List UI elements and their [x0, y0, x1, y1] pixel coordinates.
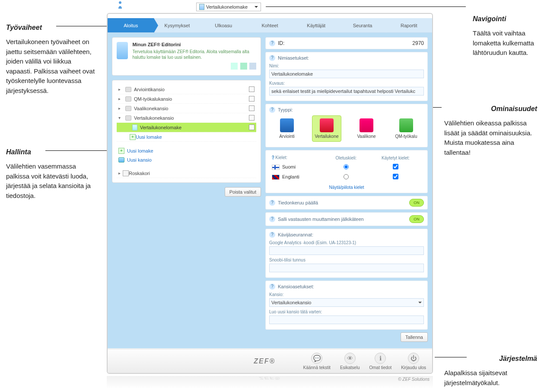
footer-preview[interactable]: 👁Esikatselu — [340, 353, 360, 370]
help-icon[interactable]: ? — [269, 284, 275, 290]
tab-aloitus[interactable]: Aloitus — [108, 18, 154, 32]
snoobi-input[interactable] — [269, 264, 424, 272]
type-icon — [399, 118, 413, 132]
app-window: Aloitus Kysymykset Ulkoasu Kohteet Käytt… — [107, 13, 433, 374]
help-icon[interactable]: ? — [272, 155, 274, 160]
save-button[interactable]: Tallenna — [401, 332, 428, 342]
checkbox[interactable] — [249, 115, 255, 121]
folder-label: Kansio: — [269, 292, 424, 297]
lang-row-englanti: Englanti — [270, 172, 423, 182]
section-folder-settings: ?Kansioasetukset: Kansio: Vertailukoneka… — [265, 280, 428, 330]
action-new-form[interactable]: + Uusi lomake — [117, 146, 256, 156]
tab-kohteet[interactable]: Kohteet — [247, 18, 293, 32]
welcome-title: Minun ZEF® Editorini — [132, 42, 256, 47]
type-vaalikone[interactable]: Vaalikone — [352, 115, 381, 142]
file-icon — [199, 4, 204, 10]
expand-icon[interactable]: ▸ — [118, 106, 123, 111]
tool-icon-1[interactable] — [231, 63, 238, 70]
default-lang-radio[interactable] — [344, 164, 349, 169]
tool-icon-2[interactable] — [240, 63, 247, 70]
id-value: 2970 — [412, 40, 424, 46]
footer-translate[interactable]: 💬Käännä tekstit — [303, 353, 331, 370]
collapse-icon[interactable]: ▾ — [118, 115, 123, 120]
help-icon[interactable]: ? — [269, 107, 275, 113]
section-type: ?Tyyppi: Arviointi Vertailukone Vaalikon… — [265, 104, 428, 147]
new-folder-label: Luo uusi kansio tätä varten: — [269, 309, 424, 314]
form-selector-dropdown[interactable]: Vertailukonelomake — [196, 3, 261, 11]
zef-logo: ZEF® — [254, 357, 275, 365]
action-new-folder[interactable]: Uusi kansio — [117, 156, 256, 164]
help-icon[interactable]: ? — [269, 232, 275, 238]
tab-seuranta[interactable]: Seuranta — [339, 18, 385, 32]
expand-icon[interactable]: ▸ — [118, 171, 123, 175]
type-vertailukone[interactable]: Vertailukone — [312, 115, 341, 142]
help-icon[interactable]: ? — [269, 216, 275, 222]
name-label: Nimi: — [269, 64, 424, 68]
tab-ulkoasu[interactable]: Ulkoasu — [200, 18, 247, 32]
delete-selected-button[interactable]: Poista valitut — [225, 187, 261, 197]
type-qmtyokalu[interactable]: QM-työkalu — [391, 115, 421, 142]
help-icon[interactable]: ? — [269, 200, 275, 206]
tree-file-vertailukonelomake[interactable]: Vertailukonelomake — [117, 123, 256, 132]
flag-fi-icon — [272, 165, 280, 170]
tree-folder-arviointikansio[interactable]: ▸ Arviointikansio — [117, 85, 256, 94]
folder-icon — [125, 96, 131, 102]
checkbox[interactable] — [249, 124, 255, 130]
tree-folder-vertailukone[interactable]: ▾ Vertailukonekansio — [117, 113, 256, 123]
folder-icon — [125, 87, 131, 92]
desc-input[interactable] — [269, 87, 424, 96]
used-lang-checkbox[interactable] — [393, 164, 398, 169]
folder-select[interactable]: Vertailukonekansio — [269, 298, 424, 307]
tab-kysymykset[interactable]: Kysymykset — [154, 18, 200, 32]
anno-workphases-text: Vertailukoneen työvaiheet on jaettu seit… — [6, 37, 97, 96]
folder-icon — [118, 157, 124, 163]
toggle-data-collection[interactable]: ON — [409, 199, 424, 207]
expand-icon[interactable]: ▸ — [118, 87, 123, 92]
anno-workphases-title: Työvaiheet — [6, 22, 97, 33]
welcome-text: Tervetuloa käyttämään ZEF® Editoria. Alo… — [132, 49, 256, 60]
eye-icon: 👁 — [344, 353, 356, 364]
checkbox[interactable] — [249, 105, 255, 111]
ga-label: Google Analytics -koodi (Esim. UA-123123… — [269, 240, 424, 245]
type-icon — [320, 118, 334, 132]
checkbox[interactable] — [249, 86, 255, 92]
flag-gb-icon — [272, 175, 280, 180]
ga-code-input[interactable] — [269, 246, 424, 255]
type-arviointi[interactable]: Arviointi — [272, 115, 302, 142]
new-folder-input[interactable] — [269, 316, 424, 324]
user-icon — [118, 1, 123, 9]
folder-tree: ▸ Arviointikansio ▸ QM-työkalukansio ▸ V… — [112, 80, 261, 183]
info-icon: ℹ — [375, 353, 386, 364]
section-languages: ? Kielet: Oletuskieli: Käytetyt kielet: … — [265, 150, 428, 193]
tree-trash[interactable]: ▸ Roskakori — [117, 169, 256, 178]
show-hide-languages-link[interactable]: Näytä/piilota kielet — [329, 185, 364, 190]
power-icon: ⏻ — [408, 353, 419, 364]
help-icon[interactable]: ? — [269, 55, 275, 61]
used-lang-checkbox[interactable] — [393, 174, 398, 179]
default-lang-radio[interactable] — [344, 174, 349, 179]
tab-raportit[interactable]: Raportit — [386, 18, 432, 32]
section-name-settings: ?Nimiasetukset: Nimi: Kuvaus: — [265, 52, 428, 101]
section-data-collection: ? Tiedonkeruu päällä ON — [265, 196, 428, 210]
expand-icon[interactable]: ▸ — [118, 96, 123, 101]
id-label: ID: — [278, 40, 284, 46]
tool-icon-3[interactable] — [249, 63, 256, 70]
tree-folder-vaalikone[interactable]: ▸ Vaalikonekansio — [117, 104, 256, 113]
anno-navigation-text: Täältä voit vaihtaa lomaketta kulkematta… — [473, 29, 538, 58]
checkbox[interactable] — [249, 96, 255, 102]
help-icon[interactable]: ? — [269, 40, 275, 46]
tab-kayttajat[interactable]: Käyttäjät — [293, 18, 339, 32]
welcome-panel: Minun ZEF® Editorini Tervetuloa käyttämä… — [112, 37, 261, 76]
type-icon — [360, 118, 373, 132]
name-input[interactable] — [269, 70, 424, 78]
workphase-tabs: Aloitus Kysymykset Ulkoasu Kohteet Käytt… — [108, 18, 432, 33]
tree-new-form-inline[interactable]: + Uusi lomake — [117, 132, 256, 142]
footer-own-info[interactable]: ℹOmat tiedot — [369, 353, 391, 370]
plus-icon: + — [118, 148, 124, 154]
file-icon — [132, 124, 137, 131]
section-id: ? ID: 2970 — [265, 37, 428, 49]
footer-logout[interactable]: ⏻Kirjaudu ulos — [401, 353, 426, 370]
anno-management-text: Välilehtien vasemmassa palkissa voit kät… — [6, 162, 97, 201]
toggle-allow-edit[interactable]: ON — [409, 215, 424, 223]
tree-folder-qm[interactable]: ▸ QM-työkalukansio — [117, 94, 256, 104]
